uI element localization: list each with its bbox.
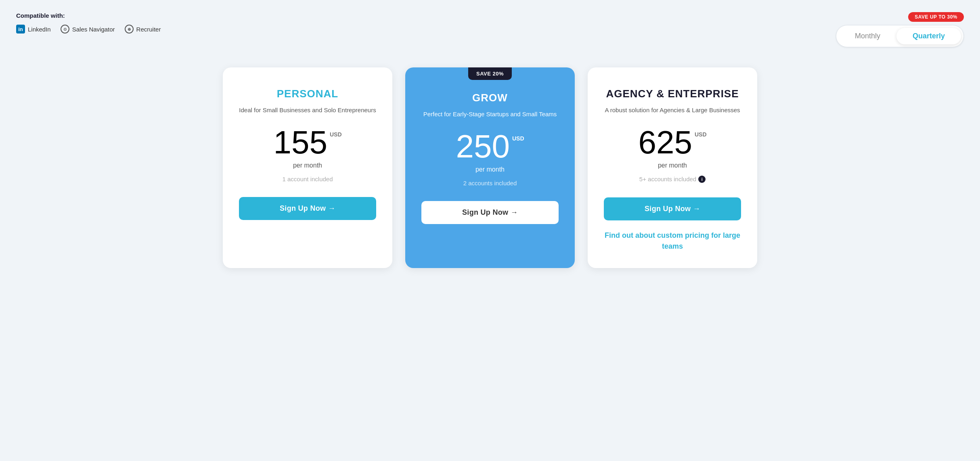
- personal-currency: USD: [330, 131, 342, 138]
- compat-sales-navigator: ⊙ Sales Navigator: [61, 25, 115, 34]
- sales-navigator-label: Sales Navigator: [72, 26, 115, 33]
- grow-card: SAVE 20% GROW Perfect for Early-Stage St…: [405, 67, 575, 268]
- grow-currency: USD: [512, 135, 524, 142]
- save-badge: SAVE UP TO 30%: [908, 12, 964, 22]
- grow-plan-desc: Perfect for Early-Stage Startups and Sma…: [423, 110, 557, 119]
- compat-recruiter: ⊕ Recruiter: [125, 25, 161, 34]
- billing-toggle-area: SAVE UP TO 30% Monthly Quarterly: [836, 12, 964, 47]
- compatible-label: Compatible with:: [16, 12, 161, 19]
- personal-card: PERSONAL Ideal for Small Businesses and …: [223, 67, 392, 268]
- top-bar: Compatible with: in LinkedIn ⊙ Sales Nav…: [16, 12, 964, 47]
- personal-price: 155: [273, 126, 327, 159]
- compatible-section: Compatible with: in LinkedIn ⊙ Sales Nav…: [16, 12, 161, 34]
- personal-accounts: 1 account included: [282, 176, 333, 182]
- agency-price: 625: [638, 126, 692, 159]
- grow-signup-button[interactable]: Sign Up Now →: [421, 201, 559, 224]
- grow-accounts: 2 accounts included: [463, 180, 517, 186]
- grow-plan-name: GROW: [472, 92, 508, 104]
- agency-price-row: 625 USD: [638, 126, 706, 159]
- compat-linkedin: in LinkedIn: [16, 25, 51, 34]
- recruiter-icon: ⊕: [125, 25, 134, 34]
- personal-per-month: per month: [293, 162, 322, 169]
- recruiter-label: Recruiter: [136, 26, 161, 33]
- agency-per-month: per month: [658, 162, 687, 169]
- monthly-toggle[interactable]: Monthly: [839, 28, 896, 44]
- agency-currency: USD: [695, 131, 707, 138]
- pricing-cards: PERSONAL Ideal for Small Businesses and …: [16, 67, 964, 268]
- accounts-info-icon[interactable]: i: [698, 176, 706, 183]
- agency-card: AGENCY & ENTERPRISE A robust solution fo…: [588, 67, 757, 268]
- linkedin-icon: in: [16, 25, 25, 34]
- grow-save-banner: SAVE 20%: [468, 67, 512, 80]
- custom-pricing: Find out about custom pricing for large …: [604, 230, 741, 252]
- linkedin-label: LinkedIn: [28, 26, 51, 33]
- quarterly-toggle[interactable]: Quarterly: [896, 28, 961, 44]
- personal-plan-name: PERSONAL: [277, 88, 338, 100]
- personal-plan-desc: Ideal for Small Businesses and Solo Entr…: [239, 106, 376, 115]
- agency-signup-button[interactable]: Sign Up Now →: [604, 197, 741, 220]
- personal-signup-button[interactable]: Sign Up Now →: [239, 197, 376, 220]
- agency-plan-desc: A robust solution for Agencies & Large B…: [605, 106, 740, 115]
- sales-navigator-icon: ⊙: [61, 25, 69, 34]
- agency-accounts: 5+ accounts included i: [639, 176, 706, 183]
- agency-plan-name: AGENCY & ENTERPRISE: [606, 88, 739, 100]
- grow-per-month: per month: [475, 166, 505, 173]
- custom-pricing-link[interactable]: Find out about custom pricing for large …: [605, 231, 740, 250]
- personal-price-row: 155 USD: [273, 126, 341, 159]
- grow-price-row: 250 USD: [456, 130, 524, 163]
- compatible-icons: in LinkedIn ⊙ Sales Navigator ⊕ Recruite…: [16, 25, 161, 34]
- billing-toggle: Monthly Quarterly: [836, 25, 964, 47]
- grow-price: 250: [456, 130, 509, 163]
